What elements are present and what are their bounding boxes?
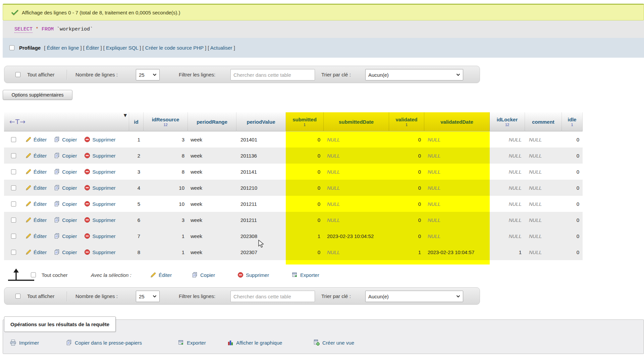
- column-header-validated[interactable]: validated1: [389, 112, 424, 131]
- row-edit-link[interactable]: Éditer: [25, 233, 47, 239]
- cell-id: 1: [129, 131, 144, 147]
- show-all-checkbox[interactable]: [15, 294, 20, 299]
- column-header-comment[interactable]: comment: [525, 112, 562, 131]
- row-edit-link[interactable]: Éditer: [25, 201, 47, 207]
- cell-periodRange: week: [188, 244, 236, 260]
- row-checkbox[interactable]: [11, 137, 16, 142]
- export-results-link[interactable]: Exporter: [178, 340, 206, 346]
- row-checkbox[interactable]: [11, 234, 16, 239]
- row-delete-link[interactable]: Supprimer: [84, 169, 115, 175]
- filter-rows-input[interactable]: [230, 291, 315, 302]
- row-checkbox[interactable]: [11, 250, 16, 255]
- spacer-cell: [129, 260, 144, 264]
- row-copy-link[interactable]: Copier: [54, 233, 77, 239]
- copy-icon: [54, 217, 60, 223]
- column-nav-glyphs[interactable]: ←T→: [9, 118, 26, 126]
- column-header-id[interactable]: id: [129, 112, 144, 131]
- sort-by-key-select[interactable]: Aucun(e): [365, 69, 463, 80]
- filter-rows-input[interactable]: [230, 69, 315, 80]
- row-copy-link[interactable]: Copier: [54, 169, 77, 175]
- row-delete-link[interactable]: Supprimer: [84, 249, 115, 255]
- row-edit-link[interactable]: Éditer: [25, 217, 47, 223]
- copy-to-clipboard-link[interactable]: Copier dans le presse-papiers: [66, 340, 142, 346]
- show-all-label[interactable]: Tout afficher: [27, 293, 54, 299]
- row-copy-link[interactable]: Copier: [54, 249, 77, 255]
- row-copy-link[interactable]: Copier: [54, 217, 77, 223]
- cell-submittedDate: NULL: [324, 212, 389, 228]
- print-link[interactable]: Imprimer: [10, 340, 39, 346]
- selected-delete-link[interactable]: Supprimer: [237, 272, 269, 278]
- column-header-validatedDate[interactable]: validatedDate: [424, 112, 490, 131]
- display-chart-link[interactable]: Afficher le graphique: [227, 340, 282, 346]
- cell-idResource: 3: [144, 212, 188, 228]
- selected-export-label: Exporter: [300, 272, 319, 278]
- row-delete-link[interactable]: Supprimer: [84, 201, 115, 207]
- spacer-cell: [286, 260, 324, 264]
- column-header-idResource[interactable]: idResource12: [144, 112, 188, 131]
- column-header-idle[interactable]: idle1: [562, 112, 583, 131]
- row-copy-link[interactable]: Copier: [54, 185, 77, 191]
- sort-by-key-select[interactable]: Aucun(e): [365, 291, 463, 302]
- row-edit-link[interactable]: Éditer: [25, 185, 47, 191]
- success-message-text: Affichage des lignes 0 - 7 (total de 8, …: [22, 10, 180, 15]
- copy-icon: [54, 153, 60, 159]
- row-edit-link[interactable]: Éditer: [25, 153, 47, 159]
- num-rows-select[interactable]: 25: [136, 69, 160, 80]
- show-all-checkbox[interactable]: [15, 72, 20, 77]
- show-all-label[interactable]: Tout afficher: [27, 72, 54, 77]
- row-edit-link[interactable]: Éditer: [25, 249, 47, 255]
- row-copy-link[interactable]: Copier: [54, 153, 77, 159]
- control-bar-divider: [67, 70, 67, 80]
- create-view-link[interactable]: Créer une vue: [313, 340, 354, 346]
- row-copy-link[interactable]: Copier: [54, 136, 77, 142]
- column-header-periodValue[interactable]: periodValue: [236, 112, 286, 131]
- row-edit-link[interactable]: Éditer: [25, 136, 47, 142]
- column-header-submitted[interactable]: submitted1: [286, 112, 324, 131]
- profiling-label: Profilage: [19, 45, 41, 51]
- row-edit-label: Éditer: [34, 137, 47, 142]
- cell-comment: NULL: [525, 244, 562, 260]
- explain-sql-link[interactable]: Expliquer SQL: [103, 45, 141, 51]
- row-checkbox[interactable]: [11, 201, 16, 206]
- check-all-checkbox[interactable]: [31, 273, 36, 278]
- profiling-checkbox[interactable]: [9, 45, 14, 50]
- refresh-link[interactable]: Actualiser: [208, 45, 235, 51]
- cell-idResource: 1: [144, 228, 188, 244]
- row-actions-cell: ÉditerCopierSupprimer: [4, 131, 129, 147]
- column-header-periodRange[interactable]: periodRange: [188, 112, 236, 131]
- edit-link[interactable]: Éditer: [83, 45, 102, 51]
- row-checkbox[interactable]: [11, 218, 16, 223]
- row-delete-label: Supprimer: [92, 201, 115, 207]
- row-delete-link[interactable]: Supprimer: [84, 153, 115, 159]
- row-delete-link[interactable]: Supprimer: [84, 233, 115, 239]
- selected-copy-link[interactable]: Copier: [192, 272, 215, 278]
- row-checkbox[interactable]: [11, 153, 16, 158]
- copy-icon: [54, 136, 60, 142]
- num-rows-select[interactable]: 25: [136, 291, 160, 302]
- row-delete-link[interactable]: Supprimer: [84, 136, 115, 142]
- column-label: id: [134, 119, 138, 125]
- row-delete-link[interactable]: Supprimer: [84, 217, 115, 223]
- inline-edit-link[interactable]: Éditer en ligne: [44, 45, 82, 51]
- column-header-idLocker[interactable]: idLocker12: [490, 112, 525, 131]
- row-copy-label: Copier: [62, 169, 77, 175]
- cell-id: 2: [129, 147, 144, 164]
- extra-options-button[interactable]: Options supplémentaires: [3, 90, 72, 100]
- row-edit-link[interactable]: Éditer: [25, 169, 47, 175]
- row-copy-link[interactable]: Copier: [54, 201, 77, 207]
- row-delete-link[interactable]: Supprimer: [84, 185, 115, 191]
- cell-idLocker: NULL: [490, 196, 525, 212]
- cell-validatedDate: NULL: [424, 180, 490, 196]
- create-php-code-link[interactable]: Créer le code source PHP: [143, 45, 207, 51]
- delete-icon: [84, 185, 90, 191]
- sort-caret-icon[interactable]: ▼: [124, 113, 127, 118]
- column-header-submittedDate[interactable]: submittedDate: [324, 112, 389, 131]
- selected-export-link[interactable]: Exporter: [292, 272, 319, 278]
- row-checkbox[interactable]: [11, 185, 16, 190]
- selected-edit-link[interactable]: Éditer: [150, 272, 172, 278]
- column-label: idResource: [152, 117, 179, 122]
- row-checkbox[interactable]: [11, 169, 16, 174]
- check-all-label[interactable]: Tout cocher: [42, 272, 68, 278]
- sql-keyword-select[interactable]: SELECT: [14, 26, 33, 33]
- results-header-row: ←T→ ▼ ididResource12periodRangeperiodVal…: [4, 112, 583, 131]
